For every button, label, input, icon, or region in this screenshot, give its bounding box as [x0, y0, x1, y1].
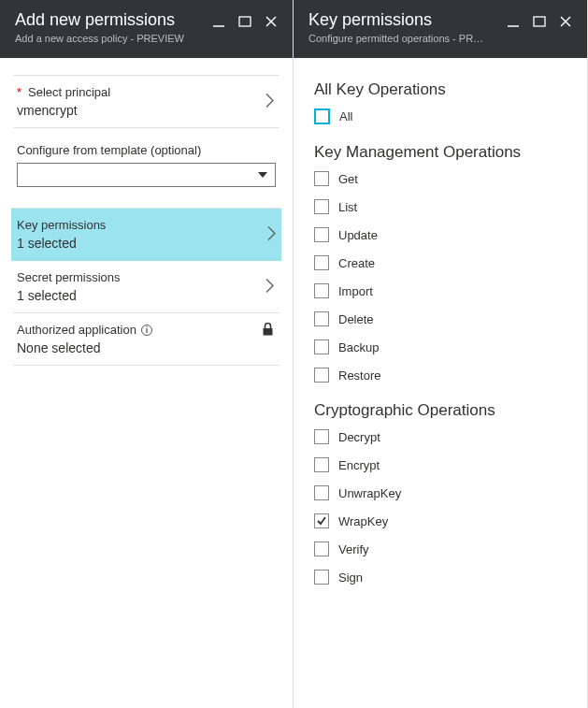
row-value: 1 selected	[17, 236, 274, 251]
checkbox-box[interactable]	[314, 485, 329, 500]
checkbox-get[interactable]: Get	[314, 171, 566, 186]
close-button[interactable]	[265, 15, 278, 31]
checkbox-label: Get	[338, 172, 358, 186]
checkbox-label: Backup	[338, 340, 379, 354]
checkbox-box[interactable]	[314, 283, 329, 298]
checkbox-box[interactable]	[314, 227, 329, 242]
row-label: Authorized application	[17, 323, 136, 337]
secret-permissions-row[interactable]: Secret permissions1 selected	[13, 261, 280, 313]
checkbox-box[interactable]	[314, 108, 330, 124]
section-title: Cryptographic Operations	[314, 401, 566, 420]
template-label: Configure from template (optional)	[17, 143, 276, 157]
checkbox-label: Create	[338, 256, 375, 270]
checkbox-box[interactable]	[314, 429, 329, 444]
panel-subtitle: Add a new access policy - PREVIEW	[15, 33, 193, 44]
permission-section: Cryptographic OperationsDecryptEncryptUn…	[314, 401, 566, 585]
minimize-button[interactable]	[507, 15, 520, 31]
checkbox-label: Encrypt	[338, 458, 380, 472]
checkbox-restore[interactable]: Restore	[314, 368, 566, 383]
chevron-right-icon	[265, 93, 274, 110]
key-permissions-row[interactable]: Key permissions1 selected	[11, 208, 281, 261]
permission-section: All Key OperationsAll	[314, 80, 566, 124]
checkbox-box[interactable]	[314, 340, 329, 354]
checkbox-sign[interactable]: Sign	[314, 570, 566, 585]
panel-header: Add new permissions Add a new access pol…	[0, 0, 293, 58]
checkbox-box[interactable]	[314, 368, 329, 383]
row-value: None selected	[17, 340, 274, 355]
key-permissions-panel: Key permissions Configure permitted oper…	[294, 0, 588, 708]
template-block: Configure from template (optional)	[13, 128, 280, 187]
maximize-button[interactable]	[533, 15, 546, 31]
panel-title: Key permissions	[308, 11, 499, 30]
row-label: Select principal	[28, 85, 110, 99]
close-button[interactable]	[559, 15, 572, 31]
checkbox-create[interactable]: Create	[314, 255, 566, 270]
checkbox-encrypt[interactable]: Encrypt	[314, 457, 566, 472]
checkbox-unwrapkey[interactable]: UnwrapKey	[314, 485, 566, 500]
checkbox-label: Update	[338, 228, 378, 242]
checkbox-backup[interactable]: Backup	[314, 340, 566, 354]
checkbox-label: WrapKey	[338, 514, 388, 528]
checkbox-label: Sign	[338, 571, 363, 585]
checkbox-box[interactable]	[314, 513, 329, 528]
info-icon[interactable]: i	[141, 325, 152, 336]
chevron-right-icon	[265, 278, 274, 296]
checkbox-box[interactable]	[314, 311, 329, 326]
checkbox-list[interactable]: List	[314, 199, 566, 214]
checkbox-label: Decrypt	[338, 430, 380, 444]
maximize-button[interactable]	[238, 15, 251, 31]
lock-icon	[262, 323, 274, 339]
checkbox-label: List	[338, 200, 357, 214]
checkbox-label: Restore	[338, 368, 381, 383]
svg-rect-6	[534, 17, 545, 26]
checkbox-all[interactable]: All	[314, 108, 566, 124]
checkbox-box[interactable]	[314, 570, 329, 585]
svg-rect-1	[239, 17, 251, 26]
checkbox-label: Verify	[338, 542, 369, 556]
row-value: 1 selected	[17, 288, 274, 303]
checkbox-wrapkey[interactable]: WrapKey	[314, 513, 566, 528]
panel-header: Key permissions Configure permitted oper…	[294, 0, 587, 58]
panel-subtitle: Configure permitted operations - PREVI..…	[308, 33, 486, 44]
checkbox-delete[interactable]: Delete	[314, 311, 566, 326]
row-value: vmencrypt	[17, 103, 274, 118]
select-principal-row[interactable]: * Select principal vmencrypt	[13, 75, 280, 128]
checkbox-verify[interactable]: Verify	[314, 542, 566, 556]
panel-title: Add new permissions	[15, 11, 205, 30]
row-label: Key permissions	[17, 218, 106, 232]
checkbox-box[interactable]	[314, 255, 329, 270]
template-select[interactable]	[17, 163, 276, 187]
chevron-right-icon	[267, 225, 276, 243]
checkbox-label: Import	[338, 284, 373, 298]
checkbox-box[interactable]	[314, 542, 329, 556]
checkbox-import[interactable]: Import	[314, 283, 566, 298]
permission-section: Key Management OperationsGetListUpdateCr…	[314, 143, 566, 383]
section-title: All Key Operations	[314, 80, 566, 99]
minimize-button[interactable]	[212, 15, 225, 31]
checkbox-label: Delete	[338, 312, 374, 326]
add-permissions-panel: Add new permissions Add a new access pol…	[0, 0, 294, 708]
checkbox-update[interactable]: Update	[314, 227, 566, 242]
checkbox-label: All	[339, 109, 352, 123]
authorized-application-row[interactable]: Authorized application i None selected	[13, 313, 280, 366]
checkbox-box[interactable]	[314, 457, 329, 472]
checkbox-decrypt[interactable]: Decrypt	[314, 429, 566, 444]
required-star: *	[17, 85, 22, 99]
checkbox-label: UnwrapKey	[338, 486, 401, 500]
checkbox-box[interactable]	[314, 171, 329, 186]
section-title: Key Management Operations	[314, 143, 566, 162]
svg-rect-4	[264, 328, 273, 336]
checkbox-box[interactable]	[314, 199, 329, 214]
row-label: Secret permissions	[17, 270, 121, 284]
